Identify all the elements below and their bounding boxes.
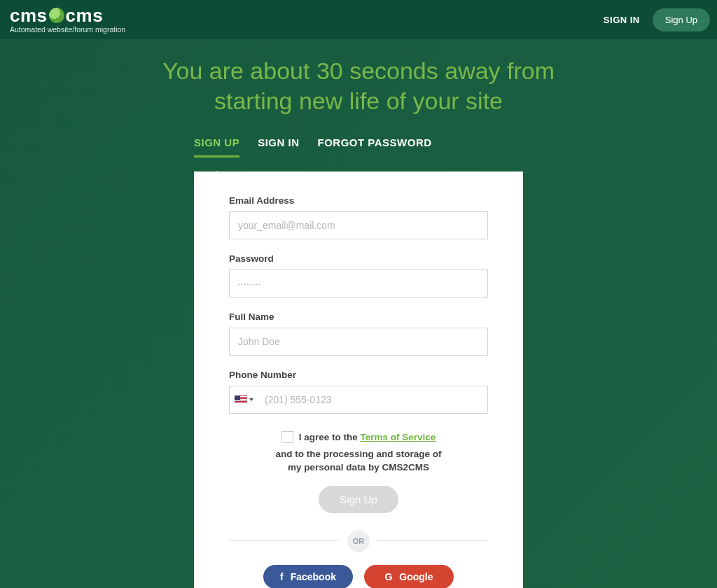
fullname-field[interactable] <box>229 328 488 356</box>
password-field[interactable] <box>229 270 488 298</box>
tab-signup[interactable]: SIGN UP <box>194 136 239 158</box>
top-bar: cms cms Automated website/forum migratio… <box>0 0 717 39</box>
header-signup-button[interactable]: Sign Up <box>653 8 710 31</box>
divider-line <box>377 540 488 541</box>
consent-block: I agree to the Terms of Service and to t… <box>229 430 488 475</box>
consent-checkbox[interactable] <box>281 431 293 443</box>
google-label: Google <box>399 571 433 582</box>
facebook-icon: f <box>280 571 284 582</box>
header-signin-link[interactable]: SIGN IN <box>604 15 640 25</box>
consent-line2: and to the processing and storage of <box>275 449 441 459</box>
headline-line2: starting new life of your site <box>214 88 503 114</box>
fullname-label: Full Name <box>229 312 488 322</box>
or-badge: OR <box>347 530 370 552</box>
tab-signin[interactable]: SIGN IN <box>258 136 299 158</box>
hero: You are about 30 seconds away from start… <box>0 56 717 115</box>
signup-submit-button[interactable]: Sign Up <box>319 486 398 513</box>
consent-line3: my personal data by CMS2CMS <box>288 462 429 472</box>
email-field[interactable] <box>229 211 488 239</box>
email-label: Email Address <box>229 195 488 206</box>
phone-field[interactable] <box>258 386 487 413</box>
phone-field-wrapper <box>229 386 488 414</box>
phone-label: Phone Number <box>229 370 488 380</box>
social-login-row: f Facebook G Google <box>229 565 488 588</box>
google-icon: G <box>384 571 392 582</box>
consent-prefix: I agree to the <box>299 432 361 442</box>
logo-left: cms <box>10 6 48 24</box>
tab-forgot-password[interactable]: FORGOT PASSWORD <box>318 136 432 158</box>
logo-wordmark: cms cms <box>10 6 125 24</box>
password-label: Password <box>229 253 488 264</box>
chevron-down-icon <box>249 398 253 401</box>
swirl-icon <box>49 8 64 23</box>
divider-line <box>229 540 340 541</box>
google-login-button[interactable]: G Google <box>364 565 454 588</box>
headline-line1: You are about 30 seconds away from <box>162 57 555 84</box>
us-flag-icon <box>235 396 247 404</box>
signup-card: Email Address Password Full Name Phone N… <box>194 172 523 588</box>
logo[interactable]: cms cms Automated website/forum migratio… <box>10 6 125 34</box>
facebook-label: Facebook <box>291 571 336 582</box>
headline: You are about 30 seconds away from start… <box>0 56 717 115</box>
logo-right: cms <box>66 6 104 24</box>
auth-tabs: SIGN UP SIGN IN FORGOT PASSWORD <box>194 136 523 158</box>
country-code-selector[interactable] <box>230 386 258 413</box>
or-divider: OR <box>229 530 488 552</box>
facebook-login-button[interactable]: f Facebook <box>263 565 353 588</box>
terms-of-service-link[interactable]: Terms of Service <box>360 432 436 442</box>
logo-tagline: Automated website/forum migration <box>10 26 125 34</box>
